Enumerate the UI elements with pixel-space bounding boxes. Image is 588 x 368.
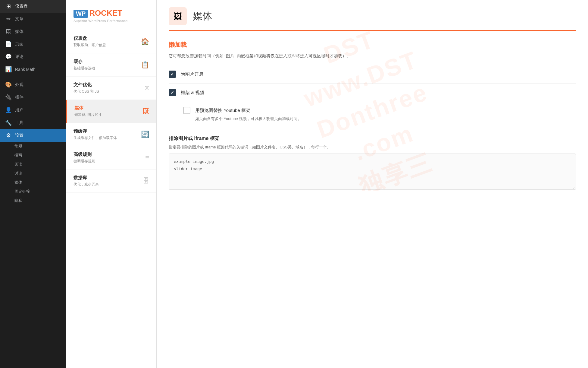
users-icon: 👤	[5, 107, 12, 113]
sidebar-item-rankmath[interactable]: 📊 Rank Math	[0, 63, 66, 76]
youtube-option-desc: 如页面含有多个 Youtube 视频，可以极大改善页面加载时间。	[183, 116, 576, 122]
file-optimize-menu-icon: ⧖	[145, 84, 149, 92]
menu-title-preload: 预缓存	[74, 128, 117, 134]
images-checkbox[interactable]	[169, 71, 176, 78]
page-header: 🖼 媒体	[169, 0, 576, 31]
advanced-rules-menu-icon: ≡	[145, 154, 149, 162]
menu-subtitle-dashboard: 获取帮助、账户信息	[74, 43, 106, 48]
sidebar-item-media[interactable]: 🖼 媒体	[0, 25, 66, 38]
menu-title-file-optimize: 文件优化	[74, 82, 99, 88]
plugins-icon: 🔌	[5, 94, 12, 101]
comments-icon: 💬	[5, 53, 12, 60]
menu-subtitle-media: 懒加载, 图片尺寸	[74, 112, 102, 117]
plugin-menu-preload[interactable]: 预缓存 生成缓存文件、预加载字体 🔄	[66, 123, 156, 146]
settings-submenu: 常规 撰写 阅读 讨论 媒体 固定链接 隐私	[0, 142, 66, 205]
settings-icon: ⚙	[5, 132, 12, 139]
sidebar-item-posts[interactable]: ✏ 文章	[0, 13, 66, 25]
sidebar-item-tools[interactable]: 🔧 工具	[0, 116, 66, 129]
iframes-checkbox[interactable]	[169, 89, 176, 96]
sidebar-item-label: 评论	[15, 54, 23, 59]
submenu-general[interactable]: 常规	[14, 142, 66, 151]
rankmath-icon: 📊	[5, 66, 12, 73]
plugin-menu-file-optimize[interactable]: 文件优化 优化 CSS 和 JS ⧖	[66, 77, 156, 100]
page-icon-symbol: 🖼	[174, 11, 182, 21]
plugin-tagline: Superior WordPress Performance	[74, 19, 149, 23]
menu-subtitle-file-optimize: 优化 CSS 和 JS	[74, 89, 99, 94]
menu-title-database: 数据库	[74, 175, 99, 181]
menu-title-media: 媒体	[74, 105, 102, 111]
sidebar-item-label: 设置	[15, 133, 23, 138]
images-option-label: 为图片开启	[181, 71, 203, 77]
menu-subtitle-database: 优化，减少冗余	[74, 182, 99, 187]
exclude-section: 排除图片或 iframe 框架 指定要排除的图片或 iframe 框架代码的关键…	[169, 135, 576, 191]
media-menu-icon: 🖼	[142, 107, 149, 115]
dashboard-icon: ⊞	[5, 3, 12, 10]
preload-menu-icon: 🔄	[141, 131, 149, 138]
sidebar-item-settings[interactable]: ⚙ 设置	[0, 129, 66, 142]
plugin-logo: WP ROCKET Superior WordPress Performance	[66, 0, 156, 30]
submenu-privacy[interactable]: 隐私	[14, 196, 66, 205]
plugin-menu-cache[interactable]: 缓存 基础缓存选项 📋	[66, 53, 156, 77]
exclude-title: 排除图片或 iframe 框架	[169, 135, 576, 142]
menu-subtitle-preload: 生成缓存文件、预加载字体	[74, 135, 117, 141]
appearance-icon: 🎨	[5, 81, 12, 88]
menu-title-dashboard: 仪表盘	[74, 36, 106, 41]
main-content: 🖼 媒体 DST www.DST Donthree .com 独享三 懒加载 它…	[157, 0, 588, 368]
menu-subtitle-cache: 基础缓存选项	[74, 66, 95, 71]
content-area: DST www.DST Donthree .com 独享三 懒加载 它可帮您改善…	[169, 31, 576, 191]
sidebar-item-label: 插件	[15, 95, 23, 100]
exclude-desc: 指定要排除的图片或 iframe 框架代码的关键词（如图片文件名、CSS类、域名…	[169, 144, 576, 150]
sidebar-item-label: 页面	[15, 41, 23, 47]
youtube-checkbox[interactable]	[183, 107, 190, 114]
plugin-menu-dashboard[interactable]: 仪表盘 获取帮助、账户信息 🏠	[66, 30, 156, 53]
iframes-option-label: 框架 & 视频	[181, 90, 204, 96]
menu-title-cache: 缓存	[74, 59, 95, 65]
sidebar-item-label: 外观	[15, 82, 23, 87]
sidebar-item-pages[interactable]: 📄 页面	[0, 38, 66, 50]
menu-subtitle-advanced-rules: 微调缓存规则	[74, 159, 95, 164]
plugin-sidebar: WP ROCKET Superior WordPress Performance…	[66, 0, 157, 368]
youtube-option-label: 用预览图替换 Youtube 框架	[195, 108, 250, 113]
menu-title-advanced-rules: 高级规则	[74, 152, 95, 157]
page-title: 媒体	[193, 10, 212, 23]
content-inner: 🖼 媒体 DST www.DST Donthree .com 独享三 懒加载 它…	[157, 0, 588, 368]
submenu-media[interactable]: 媒体	[14, 178, 66, 187]
sidebar-item-users[interactable]: 👤 用户	[0, 104, 66, 116]
sidebar-item-label: 工具	[15, 120, 23, 125]
sidebar-item-label: Rank Math	[15, 67, 36, 72]
sidebar-item-label: 仪表盘	[15, 4, 28, 9]
submenu-permalink[interactable]: 固定链接	[14, 187, 66, 196]
page-icon: 🖼	[169, 7, 187, 25]
wp-admin-sidebar: ⊞ 仪表盘 ✏ 文章 🖼 媒体 📄 页面 💬 评论 📊 Rank Math 🎨 …	[0, 0, 66, 368]
submenu-writing[interactable]: 撰写	[14, 151, 66, 160]
submenu-reading[interactable]: 阅读	[14, 160, 66, 169]
submenu-discussion[interactable]: 讨论	[14, 169, 66, 178]
plugin-menu-database[interactable]: 数据库 优化，减少冗余 🗄	[66, 170, 156, 193]
tools-icon: 🔧	[5, 119, 12, 126]
dashboard-menu-icon: 🏠	[141, 38, 149, 46]
sidebar-item-dashboard[interactable]: ⊞ 仪表盘	[0, 0, 66, 13]
cache-menu-icon: 📋	[141, 61, 149, 69]
sidebar-item-label: 文章	[15, 16, 23, 22]
iframes-option-row: 框架 & 视频	[169, 84, 576, 102]
lazy-load-section-title: 懒加载	[169, 41, 576, 49]
rocket-logo-text: ROCKET	[89, 8, 122, 18]
plugin-menu-media[interactable]: 媒体 懒加载, 图片尺寸 🖼	[66, 100, 156, 123]
sidebar-item-label: 媒体	[15, 29, 23, 34]
plugin-menu-advanced-rules[interactable]: 高级规则 微调缓存规则 ≡	[66, 146, 156, 170]
posts-icon: ✏	[5, 16, 12, 22]
media-icon: 🖼	[5, 28, 12, 35]
sidebar-item-comments[interactable]: 💬 评论	[0, 50, 66, 63]
exclude-textarea[interactable]: example-image.jpg slider-image	[169, 154, 576, 190]
sidebar-item-label: 用户	[15, 107, 23, 113]
youtube-sub-option: 用预览图替换 Youtube 框架 如页面含有多个 Youtube 视频，可以极…	[169, 102, 576, 127]
lazy-load-description: 它可帮您改善加载时间（例如: 图片, 内嵌框架和视频将仅在进入或即将进入可视区域…	[169, 52, 576, 59]
sidebar-item-appearance[interactable]: 🎨 外观	[0, 78, 66, 91]
sidebar-divider	[0, 77, 66, 77]
pages-icon: 📄	[5, 41, 12, 47]
wp-logo-badge: WP	[74, 10, 88, 18]
sidebar-item-plugins[interactable]: 🔌 插件	[0, 91, 66, 104]
database-menu-icon: 🗄	[142, 177, 149, 185]
images-option-row: 为图片开启	[169, 65, 576, 84]
